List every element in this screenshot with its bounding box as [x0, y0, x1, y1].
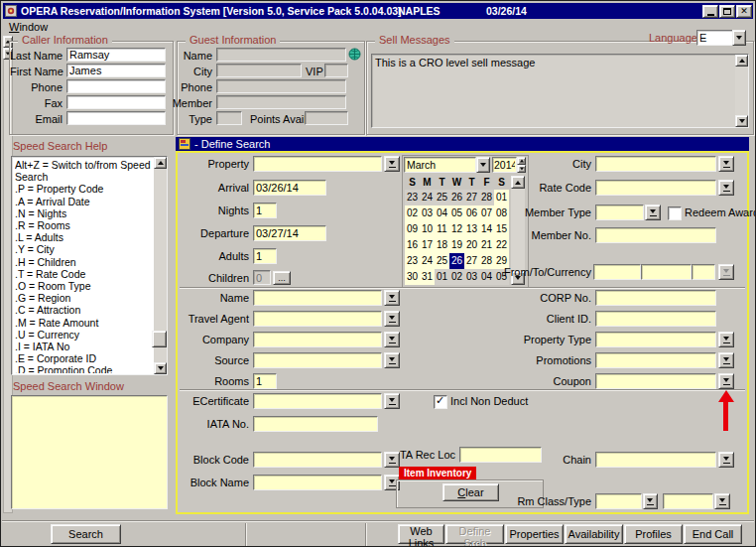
rm-type-input[interactable] [663, 493, 713, 509]
city-input[interactable] [595, 156, 716, 172]
source-lov-button[interactable] [384, 352, 400, 368]
incl-non-deduct-checkbox[interactable] [434, 395, 447, 409]
sell-scroll-down-button[interactable] [735, 115, 748, 127]
calendar-day[interactable]: 25 [435, 253, 449, 269]
separator [180, 389, 745, 391]
adults-input[interactable] [253, 248, 277, 264]
chain-lov-button[interactable] [718, 452, 734, 468]
client-id-input[interactable] [595, 311, 716, 327]
search-button[interactable]: Search [51, 524, 121, 544]
footer-button-end-call[interactable]: End Call [684, 524, 742, 544]
from-input[interactable] [593, 264, 641, 280]
name-lov-button[interactable] [384, 290, 400, 306]
calendar-day[interactable]: 12 [449, 221, 464, 237]
globe-icon[interactable] [348, 48, 361, 61]
last-name-input[interactable] [66, 48, 166, 62]
speed-search-help-line: .I = IATA No [15, 341, 152, 352]
calendar-day[interactable]: 24 [420, 253, 435, 269]
calendar-day[interactable]: 03 [420, 205, 435, 221]
calendar-day[interactable]: 24 [420, 190, 435, 205]
calendar-day[interactable]: 04 [435, 205, 449, 221]
property-input[interactable] [253, 156, 382, 172]
menu-window[interactable]: Window [3, 20, 54, 34]
member-type-lov-button[interactable] [645, 205, 661, 220]
company-input[interactable] [253, 332, 382, 347]
iata-no-input[interactable] [253, 416, 378, 432]
caller-phone-input[interactable] [66, 79, 166, 93]
coupon-lov-button[interactable] [718, 373, 734, 389]
arrival-input[interactable] [253, 180, 326, 196]
ecertificate-lov-button[interactable] [384, 393, 400, 409]
calendar-day[interactable]: 31 [420, 269, 435, 285]
calendar-day[interactable]: 16 [405, 237, 420, 253]
calendar-day[interactable]: 30 [405, 269, 420, 285]
rm-class-lov-button[interactable] [643, 493, 658, 509]
caller-fax-input[interactable] [66, 95, 166, 109]
footer-button-web-links[interactable]: Web Links [398, 524, 444, 544]
calendar-day[interactable]: 01 [435, 269, 449, 285]
rate-code-lov-button[interactable] [718, 180, 734, 196]
property-lov-button[interactable] [384, 156, 400, 172]
language-input[interactable] [696, 30, 733, 46]
maximize-button[interactable] [719, 5, 735, 18]
sell-scroll-up-button[interactable] [735, 55, 748, 67]
calendar-day[interactable]: 02 [449, 269, 464, 285]
calendar-day[interactable]: 25 [435, 190, 449, 205]
rooms-input[interactable] [253, 373, 277, 389]
nights-input[interactable] [253, 203, 277, 218]
calendar-day[interactable]: 23 [405, 190, 420, 205]
block-name-input[interactable] [253, 475, 382, 490]
calendar-day[interactable]: 11 [435, 221, 449, 237]
footer-button-properties[interactable]: Properties [505, 524, 564, 544]
rm-type-lov-button[interactable] [714, 493, 730, 509]
speed-scroll-down-button[interactable] [154, 362, 167, 374]
footer-button-availability[interactable]: Availability [565, 524, 623, 544]
source-input[interactable] [253, 352, 382, 368]
promotions-input[interactable] [595, 352, 716, 368]
corp-no-input[interactable] [595, 290, 716, 306]
speed-scrollbar-thumb[interactable] [152, 331, 167, 347]
promotions-lov-button[interactable] [718, 352, 734, 368]
calendar-day[interactable]: 19 [449, 237, 464, 253]
rm-class-input[interactable] [595, 493, 642, 509]
name-input[interactable] [253, 290, 382, 306]
chain-input[interactable] [595, 452, 716, 468]
redeem-award-checkbox[interactable] [668, 206, 682, 220]
member-no-input[interactable] [595, 227, 716, 243]
property-type-input[interactable] [595, 332, 716, 347]
calendar-day[interactable]: 10 [420, 221, 435, 237]
coupon-input[interactable] [595, 373, 716, 389]
speed-search-window-box[interactable] [11, 395, 168, 509]
calendar-day[interactable]: 23 [405, 253, 420, 269]
calendar-day[interactable]: 17 [420, 237, 435, 253]
currency-input[interactable] [692, 264, 715, 280]
close-button[interactable]: ✕ [736, 5, 752, 18]
departure-input[interactable] [253, 225, 326, 241]
footer-button-profiles[interactable]: Profiles [624, 524, 683, 544]
company-lov-button[interactable] [384, 332, 400, 347]
language-dropdown-button[interactable] [732, 30, 746, 46]
calendar-day-selected[interactable]: 26 [449, 253, 464, 269]
calendar-day[interactable]: 18 [435, 237, 449, 253]
speed-scroll-up-button[interactable] [154, 157, 167, 169]
travel-agent-lov-button[interactable] [384, 311, 400, 327]
block-code-input[interactable] [253, 452, 382, 468]
city-lov-button[interactable] [718, 156, 734, 172]
calendar-day[interactable]: 09 [405, 221, 420, 237]
member-type-input[interactable] [595, 205, 644, 220]
minimize-button[interactable] [702, 5, 718, 18]
calendar-month-input[interactable] [404, 157, 476, 173]
calendar-day[interactable]: 05 [449, 205, 464, 221]
to-input[interactable] [641, 264, 692, 280]
property-type-lov-button[interactable] [718, 332, 734, 347]
ecertificate-input[interactable] [253, 393, 382, 409]
lov-icon [723, 377, 730, 385]
calendar-day[interactable]: 02 [405, 205, 420, 221]
children-more-button[interactable]: ... [273, 271, 291, 285]
footer-separator [2, 520, 754, 522]
caller-email-input[interactable] [66, 111, 166, 125]
first-name-input[interactable] [66, 64, 166, 77]
travel-agent-input[interactable] [253, 311, 382, 327]
rate-code-input[interactable] [595, 180, 716, 196]
calendar-day[interactable]: 26 [449, 190, 464, 205]
